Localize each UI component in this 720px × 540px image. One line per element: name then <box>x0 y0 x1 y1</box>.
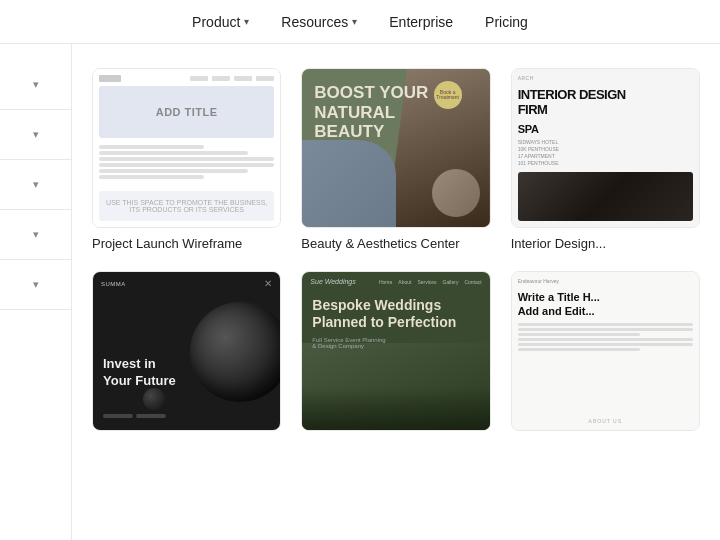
sidebar-item-4[interactable]: ▾ <box>0 210 71 260</box>
write-topbar: Endeavour Harvey <box>518 278 693 284</box>
wedding-sub: Full Service Event Planning& Design Comp… <box>302 337 489 349</box>
int-list: SIDWAYS HOTEL 10K PENTHOUSE 17 APARTMENT… <box>518 139 693 166</box>
invest-headline: Invest inYour Future <box>103 356 176 390</box>
nav-enterprise-label: Enterprise <box>389 14 453 30</box>
nav-pricing[interactable]: Pricing <box>485 14 528 30</box>
template-gallery: ADD TITLE USE THIS SPACE TO PROMOTE THE … <box>72 44 720 540</box>
template-card-wedding[interactable]: Sue Weddings Home About Services Gallery… <box>301 271 490 439</box>
invest-sphere <box>190 302 280 402</box>
invest-nav <box>103 414 166 418</box>
sidebar-chevron-3: ▾ <box>33 178 39 191</box>
sidebar-item-3[interactable]: ▾ <box>0 160 71 210</box>
template-card-beauty[interactable]: BOOST YOURNATURALBEAUTY Book aTreatment … <box>301 68 490 251</box>
nav-resources[interactable]: Resources ▾ <box>281 14 357 30</box>
nav-pricing-label: Pricing <box>485 14 528 30</box>
wf-hero: ADD TITLE <box>99 86 274 138</box>
beauty-badge: Book aTreatment <box>434 81 462 109</box>
sidebar-chevron-1: ▾ <box>33 78 39 91</box>
template-card-interior[interactable]: ARCH INTERIOR DESIGNFIRM SPA SIDWAYS HOT… <box>511 68 700 251</box>
template-preview-wedding: Sue Weddings Home About Services Gallery… <box>301 271 490 431</box>
sidebar-chevron-4: ▾ <box>33 228 39 241</box>
wedding-topbar: Sue Weddings Home About Services Gallery… <box>302 272 489 291</box>
nav-product[interactable]: Product ▾ <box>192 14 249 30</box>
template-label-wireframe: Project Launch Wireframe <box>92 236 281 251</box>
wedding-headline: Bespoke WeddingsPlanned to Perfection <box>302 291 489 337</box>
template-preview-write: Endeavour Harvey Write a Title H...Add a… <box>511 271 700 431</box>
write-desc <box>518 323 693 412</box>
sidebar-item-2[interactable]: ▾ <box>0 110 71 160</box>
template-preview-wireframe: ADD TITLE USE THIS SPACE TO PROMOTE THE … <box>92 68 281 228</box>
nav-product-label: Product <box>192 14 240 30</box>
nav-resources-label: Resources <box>281 14 348 30</box>
main-layout: ▾ ▾ ▾ ▾ ▾ <box>0 44 720 540</box>
invest-topbar: SUMMA ✕ <box>101 278 272 289</box>
write-headline: Write a Title H...Add and Edit... <box>518 290 693 319</box>
wf-body <box>99 142 274 187</box>
main-nav: Product ▾ Resources ▾ Enterprise Pricing <box>0 0 720 44</box>
sidebar-item-1[interactable]: ▾ <box>0 60 71 110</box>
nav-product-chevron: ▾ <box>244 16 249 27</box>
int-image <box>518 172 693 221</box>
template-label-beauty: Beauty & Aesthetics Center <box>301 236 490 251</box>
template-grid: ADD TITLE USE THIS SPACE TO PROMOTE THE … <box>92 68 700 439</box>
invest-close-icon: ✕ <box>264 278 272 289</box>
template-preview-invest: SUMMA ✕ Invest inYour Future <box>92 271 281 431</box>
beauty-round-img <box>432 169 480 217</box>
wf-section: USE THIS SPACE TO PROMOTE THE BUSINESS,I… <box>99 191 274 221</box>
sidebar-item-5[interactable]: ▾ <box>0 260 71 310</box>
template-card-write[interactable]: Endeavour Harvey Write a Title H...Add a… <box>511 271 700 439</box>
wedding-bg <box>302 343 489 430</box>
sidebar-chevron-5: ▾ <box>33 278 39 291</box>
wedding-aerial-overlay <box>302 387 489 430</box>
template-label-interior: Interior Design... <box>511 236 700 251</box>
wedding-nav: Home About Services Gallery Contact <box>379 279 482 285</box>
template-card-invest[interactable]: SUMMA ✕ Invest inYour Future <box>92 271 281 439</box>
wf-logo <box>99 75 121 82</box>
wf-nav <box>190 76 274 81</box>
beauty-flower <box>302 140 396 227</box>
wedding-logo: Sue Weddings <box>310 278 355 285</box>
sidebar: ▾ ▾ ▾ ▾ ▾ <box>0 44 72 540</box>
write-about: ABOUT US <box>518 418 693 424</box>
template-preview-interior: ARCH INTERIOR DESIGNFIRM SPA SIDWAYS HOT… <box>511 68 700 228</box>
int-headline: INTERIOR DESIGNFIRM <box>518 87 693 117</box>
template-preview-beauty: BOOST YOURNATURALBEAUTY Book aTreatment <box>301 68 490 228</box>
nav-resources-chevron: ▾ <box>352 16 357 27</box>
sidebar-chevron-2: ▾ <box>33 128 39 141</box>
int-sub: SPA <box>518 123 693 135</box>
template-card-wireframe[interactable]: ADD TITLE USE THIS SPACE TO PROMOTE THE … <box>92 68 281 251</box>
beauty-headline: BOOST YOURNATURALBEAUTY <box>314 83 428 142</box>
invest-small-sphere <box>143 388 165 410</box>
nav-enterprise[interactable]: Enterprise <box>389 14 453 30</box>
